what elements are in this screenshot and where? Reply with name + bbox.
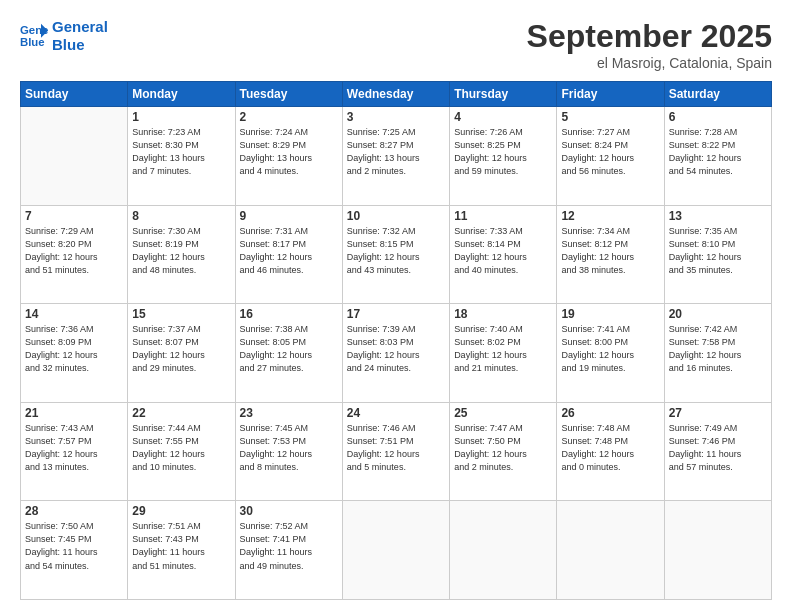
day-number: 6 (669, 110, 767, 124)
day-header-thursday: Thursday (450, 82, 557, 107)
calendar-cell (450, 501, 557, 600)
day-number: 15 (132, 307, 230, 321)
day-info: Sunrise: 7:46 AM Sunset: 7:51 PM Dayligh… (347, 422, 445, 474)
calendar-cell: 25Sunrise: 7:47 AM Sunset: 7:50 PM Dayli… (450, 402, 557, 501)
week-row-2: 7Sunrise: 7:29 AM Sunset: 8:20 PM Daylig… (21, 205, 772, 304)
calendar-cell: 26Sunrise: 7:48 AM Sunset: 7:48 PM Dayli… (557, 402, 664, 501)
calendar-cell: 7Sunrise: 7:29 AM Sunset: 8:20 PM Daylig… (21, 205, 128, 304)
day-info: Sunrise: 7:37 AM Sunset: 8:07 PM Dayligh… (132, 323, 230, 375)
calendar-cell: 15Sunrise: 7:37 AM Sunset: 8:07 PM Dayli… (128, 304, 235, 403)
calendar-cell: 6Sunrise: 7:28 AM Sunset: 8:22 PM Daylig… (664, 107, 771, 206)
day-header-tuesday: Tuesday (235, 82, 342, 107)
logo: General Blue General Blue (20, 18, 108, 54)
day-info: Sunrise: 7:43 AM Sunset: 7:57 PM Dayligh… (25, 422, 123, 474)
day-number: 23 (240, 406, 338, 420)
month-title: September 2025 (527, 18, 772, 55)
day-number: 2 (240, 110, 338, 124)
calendar-cell: 8Sunrise: 7:30 AM Sunset: 8:19 PM Daylig… (128, 205, 235, 304)
day-number: 14 (25, 307, 123, 321)
calendar-cell (21, 107, 128, 206)
day-number: 1 (132, 110, 230, 124)
calendar-cell: 12Sunrise: 7:34 AM Sunset: 8:12 PM Dayli… (557, 205, 664, 304)
day-info: Sunrise: 7:52 AM Sunset: 7:41 PM Dayligh… (240, 520, 338, 572)
day-info: Sunrise: 7:29 AM Sunset: 8:20 PM Dayligh… (25, 225, 123, 277)
calendar-cell: 24Sunrise: 7:46 AM Sunset: 7:51 PM Dayli… (342, 402, 449, 501)
calendar-cell: 30Sunrise: 7:52 AM Sunset: 7:41 PM Dayli… (235, 501, 342, 600)
day-info: Sunrise: 7:50 AM Sunset: 7:45 PM Dayligh… (25, 520, 123, 572)
day-number: 22 (132, 406, 230, 420)
calendar-cell: 1Sunrise: 7:23 AM Sunset: 8:30 PM Daylig… (128, 107, 235, 206)
day-info: Sunrise: 7:24 AM Sunset: 8:29 PM Dayligh… (240, 126, 338, 178)
day-info: Sunrise: 7:45 AM Sunset: 7:53 PM Dayligh… (240, 422, 338, 474)
calendar-cell (557, 501, 664, 600)
calendar-cell: 2Sunrise: 7:24 AM Sunset: 8:29 PM Daylig… (235, 107, 342, 206)
location: el Masroig, Catalonia, Spain (527, 55, 772, 71)
calendar-cell: 21Sunrise: 7:43 AM Sunset: 7:57 PM Dayli… (21, 402, 128, 501)
calendar-cell: 10Sunrise: 7:32 AM Sunset: 8:15 PM Dayli… (342, 205, 449, 304)
day-info: Sunrise: 7:36 AM Sunset: 8:09 PM Dayligh… (25, 323, 123, 375)
day-info: Sunrise: 7:39 AM Sunset: 8:03 PM Dayligh… (347, 323, 445, 375)
calendar-table: SundayMondayTuesdayWednesdayThursdayFrid… (20, 81, 772, 600)
day-info: Sunrise: 7:44 AM Sunset: 7:55 PM Dayligh… (132, 422, 230, 474)
calendar-cell (342, 501, 449, 600)
day-info: Sunrise: 7:23 AM Sunset: 8:30 PM Dayligh… (132, 126, 230, 178)
day-number: 10 (347, 209, 445, 223)
day-info: Sunrise: 7:33 AM Sunset: 8:14 PM Dayligh… (454, 225, 552, 277)
day-number: 28 (25, 504, 123, 518)
day-info: Sunrise: 7:47 AM Sunset: 7:50 PM Dayligh… (454, 422, 552, 474)
calendar-cell: 13Sunrise: 7:35 AM Sunset: 8:10 PM Dayli… (664, 205, 771, 304)
day-header-friday: Friday (557, 82, 664, 107)
day-number: 3 (347, 110, 445, 124)
day-number: 19 (561, 307, 659, 321)
day-number: 8 (132, 209, 230, 223)
calendar-cell: 29Sunrise: 7:51 AM Sunset: 7:43 PM Dayli… (128, 501, 235, 600)
calendar-cell: 16Sunrise: 7:38 AM Sunset: 8:05 PM Dayli… (235, 304, 342, 403)
day-header-saturday: Saturday (664, 82, 771, 107)
day-info: Sunrise: 7:32 AM Sunset: 8:15 PM Dayligh… (347, 225, 445, 277)
calendar-cell: 27Sunrise: 7:49 AM Sunset: 7:46 PM Dayli… (664, 402, 771, 501)
calendar-cell: 14Sunrise: 7:36 AM Sunset: 8:09 PM Dayli… (21, 304, 128, 403)
day-info: Sunrise: 7:27 AM Sunset: 8:24 PM Dayligh… (561, 126, 659, 178)
day-info: Sunrise: 7:35 AM Sunset: 8:10 PM Dayligh… (669, 225, 767, 277)
svg-text:Blue: Blue (20, 36, 45, 48)
day-number: 29 (132, 504, 230, 518)
day-info: Sunrise: 7:26 AM Sunset: 8:25 PM Dayligh… (454, 126, 552, 178)
calendar-cell: 3Sunrise: 7:25 AM Sunset: 8:27 PM Daylig… (342, 107, 449, 206)
day-info: Sunrise: 7:51 AM Sunset: 7:43 PM Dayligh… (132, 520, 230, 572)
day-number: 13 (669, 209, 767, 223)
title-block: September 2025 el Masroig, Catalonia, Sp… (527, 18, 772, 71)
day-number: 21 (25, 406, 123, 420)
header-row: SundayMondayTuesdayWednesdayThursdayFrid… (21, 82, 772, 107)
calendar-cell (664, 501, 771, 600)
day-number: 7 (25, 209, 123, 223)
calendar-cell: 20Sunrise: 7:42 AM Sunset: 7:58 PM Dayli… (664, 304, 771, 403)
day-number: 9 (240, 209, 338, 223)
day-number: 27 (669, 406, 767, 420)
day-info: Sunrise: 7:42 AM Sunset: 7:58 PM Dayligh… (669, 323, 767, 375)
calendar-cell: 18Sunrise: 7:40 AM Sunset: 8:02 PM Dayli… (450, 304, 557, 403)
day-number: 17 (347, 307, 445, 321)
day-number: 18 (454, 307, 552, 321)
day-info: Sunrise: 7:30 AM Sunset: 8:19 PM Dayligh… (132, 225, 230, 277)
day-header-wednesday: Wednesday (342, 82, 449, 107)
page: General Blue General Blue September 2025… (0, 0, 792, 612)
day-number: 25 (454, 406, 552, 420)
calendar-cell: 4Sunrise: 7:26 AM Sunset: 8:25 PM Daylig… (450, 107, 557, 206)
day-header-sunday: Sunday (21, 82, 128, 107)
day-number: 11 (454, 209, 552, 223)
day-info: Sunrise: 7:25 AM Sunset: 8:27 PM Dayligh… (347, 126, 445, 178)
header: General Blue General Blue September 2025… (20, 18, 772, 71)
day-number: 20 (669, 307, 767, 321)
calendar-cell: 5Sunrise: 7:27 AM Sunset: 8:24 PM Daylig… (557, 107, 664, 206)
day-info: Sunrise: 7:38 AM Sunset: 8:05 PM Dayligh… (240, 323, 338, 375)
calendar-cell: 19Sunrise: 7:41 AM Sunset: 8:00 PM Dayli… (557, 304, 664, 403)
logo-icon: General Blue (20, 22, 48, 50)
calendar-cell: 17Sunrise: 7:39 AM Sunset: 8:03 PM Dayli… (342, 304, 449, 403)
calendar-cell: 23Sunrise: 7:45 AM Sunset: 7:53 PM Dayli… (235, 402, 342, 501)
week-row-4: 21Sunrise: 7:43 AM Sunset: 7:57 PM Dayli… (21, 402, 772, 501)
day-header-monday: Monday (128, 82, 235, 107)
day-number: 5 (561, 110, 659, 124)
calendar-cell: 9Sunrise: 7:31 AM Sunset: 8:17 PM Daylig… (235, 205, 342, 304)
week-row-1: 1Sunrise: 7:23 AM Sunset: 8:30 PM Daylig… (21, 107, 772, 206)
day-number: 12 (561, 209, 659, 223)
